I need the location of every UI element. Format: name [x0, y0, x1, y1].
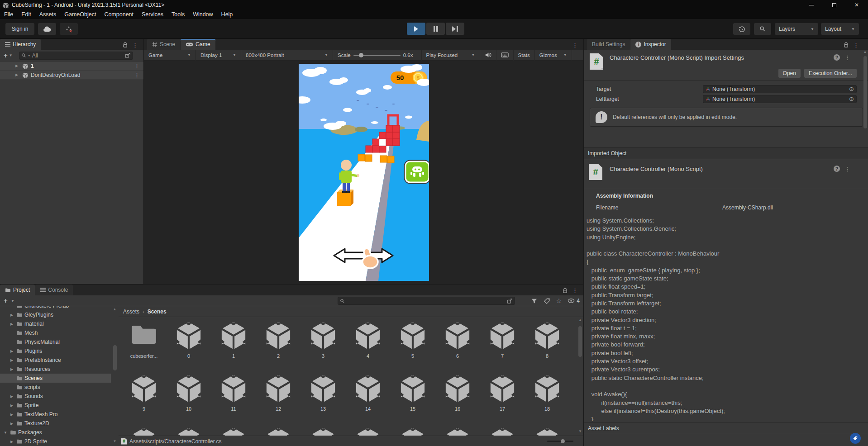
asset-item[interactable]: 3: [304, 319, 342, 372]
lock-icon[interactable]: [563, 288, 568, 294]
play-focused-dropdown[interactable]: Play Focused▼: [421, 50, 480, 61]
expand-arrow-icon[interactable]: ▶: [15, 73, 20, 77]
expand-arrow-icon[interactable]: ▶: [9, 394, 14, 399]
asset-item[interactable]: 16: [439, 372, 477, 425]
hierarchy-scene-row[interactable]: ▶ DontDestroyOnLoad ⋮: [0, 71, 143, 80]
scroll-down-icon[interactable]: ▼: [578, 429, 582, 435]
expand-arrow-icon[interactable]: ▶: [9, 413, 14, 417]
pick-object-icon[interactable]: [125, 52, 131, 58]
kebab-menu-icon[interactable]: ⋮: [853, 42, 859, 48]
menu-component[interactable]: Component: [100, 10, 138, 19]
mute-audio-button[interactable]: [480, 50, 496, 61]
project-tree-item[interactable]: ▶ Resources: [0, 365, 111, 374]
kebab-menu-icon[interactable]: ⋮: [572, 42, 578, 48]
project-tree-item[interactable]: ▶ Texture2D: [0, 419, 111, 428]
pick-object-icon[interactable]: [507, 298, 513, 304]
expand-arrow-icon[interactable]: ▶: [9, 322, 14, 326]
asset-item[interactable]: [528, 425, 566, 436]
skin-shop-button[interactable]: [405, 161, 429, 183]
object-picker-icon[interactable]: ⊙: [849, 85, 854, 92]
breadcrumb-assets[interactable]: Assets: [123, 308, 139, 315]
help-icon[interactable]: ?: [834, 54, 840, 61]
project-tree-item[interactable]: Charactere Prefab: [0, 306, 111, 310]
kebab-menu-icon[interactable]: ⋮: [572, 288, 578, 294]
asset-item[interactable]: 9: [125, 372, 163, 425]
project-tree-item[interactable]: scripts: [0, 383, 111, 392]
kebab-menu-icon[interactable]: ⋮: [134, 63, 140, 69]
menu-tools[interactable]: Tools: [167, 10, 189, 19]
sign-in-button[interactable]: Sign in: [5, 23, 34, 35]
scroll-up-icon[interactable]: ▲: [113, 307, 117, 313]
game-viewport[interactable]: 50 $: [144, 61, 583, 284]
tab-build-settings[interactable]: Build Settings: [587, 39, 630, 50]
play-button[interactable]: [407, 23, 425, 35]
project-tree-item[interactable]: Scenes: [0, 374, 111, 383]
project-tree-item[interactable]: ▶ Sounds: [0, 392, 111, 401]
asset-item[interactable]: [259, 425, 297, 436]
hierarchy-search-input[interactable]: ▼ All: [19, 52, 133, 60]
scroll-up-icon[interactable]: ▲: [578, 318, 582, 323]
slider-thumb[interactable]: [561, 439, 565, 443]
project-search-input[interactable]: [338, 297, 515, 305]
asset-item[interactable]: 18: [528, 372, 566, 425]
project-tree-item[interactable]: ▶ Sprite: [0, 401, 111, 410]
layout-dropdown[interactable]: Layout▼: [821, 23, 859, 35]
asset-item[interactable]: cubeserfer...: [125, 319, 163, 372]
project-tree-item[interactable]: ▼ Packages: [0, 428, 111, 437]
kebab-menu-icon[interactable]: ⋮: [844, 55, 850, 61]
lock-icon[interactable]: [123, 42, 128, 48]
tab-console[interactable]: Console: [35, 285, 73, 295]
project-tree-item[interactable]: PhysicMaterial: [0, 337, 111, 346]
display-dropdown[interactable]: Display 1▼: [196, 50, 241, 61]
kebab-menu-icon[interactable]: ⋮: [134, 72, 140, 78]
stats-button[interactable]: Stats: [514, 50, 535, 61]
expand-arrow-icon[interactable]: ▶: [9, 313, 14, 317]
tab-scene[interactable]: Scene: [147, 39, 180, 50]
tab-inspector[interactable]: i Inspector: [630, 39, 671, 50]
scroll-down-icon[interactable]: ▼: [113, 439, 117, 445]
pause-button[interactable]: [426, 23, 445, 35]
breadcrumb-scenes[interactable]: Scenes: [148, 308, 167, 315]
asset-item[interactable]: 8: [528, 319, 566, 372]
menu-window[interactable]: Window: [189, 10, 217, 19]
asset-item[interactable]: 1: [215, 319, 253, 372]
asset-item[interactable]: 0: [170, 319, 208, 372]
asset-item[interactable]: 10: [170, 372, 208, 425]
expand-arrow-icon[interactable]: ▶: [9, 349, 14, 353]
inspector-scrollbar[interactable]: ▲: [862, 50, 868, 446]
hidden-packages-toggle[interactable]: 4: [568, 298, 580, 304]
project-tree-item[interactable]: Mesh: [0, 328, 111, 337]
scale-slider-thumb[interactable]: [359, 53, 363, 57]
resolution-dropdown[interactable]: 800x480 Portrait▼: [241, 50, 333, 61]
kebab-menu-icon[interactable]: ⋮: [132, 42, 138, 48]
save-search-icon[interactable]: ☆: [556, 297, 562, 304]
asset-item[interactable]: 2: [259, 319, 297, 372]
target-object-field[interactable]: None (Transform) ⊙: [703, 85, 857, 93]
scale-slider[interactable]: Scale 0.6x: [333, 50, 418, 61]
asset-item[interactable]: 12: [259, 372, 297, 425]
tab-hierarchy[interactable]: Hierarchy: [0, 39, 41, 50]
asset-item[interactable]: [215, 425, 253, 436]
asset-item[interactable]: 7: [483, 319, 521, 372]
project-tree-item[interactable]: ▶ Plugins: [0, 346, 111, 356]
tree-scrollbar[interactable]: ▲ ▼: [111, 306, 119, 446]
cloud-button[interactable]: [38, 23, 56, 35]
project-tree-item[interactable]: ▶ GleyPlugins: [0, 310, 111, 319]
menu-services[interactable]: Services: [138, 10, 167, 19]
layers-dropdown[interactable]: Layers▼: [775, 23, 818, 35]
collab-button[interactable]: [60, 23, 78, 35]
help-icon[interactable]: ?: [834, 166, 840, 172]
asset-item[interactable]: 13: [304, 372, 342, 425]
display-mode-dropdown[interactable]: Game▼: [144, 50, 196, 61]
asset-label-button[interactable]: [850, 433, 861, 444]
project-tree-item[interactable]: ▶ PrefabInstance: [0, 356, 111, 365]
lefttarget-object-field[interactable]: None (Transform) ⊙: [703, 95, 857, 103]
menu-assets[interactable]: Assets: [35, 10, 61, 19]
expand-arrow-icon[interactable]: ▶: [9, 440, 14, 444]
asset-item[interactable]: 11: [215, 372, 253, 425]
expand-arrow-icon[interactable]: ▶: [9, 403, 14, 408]
scale-slider-track[interactable]: [353, 55, 401, 56]
expand-arrow-icon[interactable]: ▶: [9, 367, 14, 371]
asset-item[interactable]: 5: [394, 319, 432, 372]
menu-edit[interactable]: Edit: [17, 10, 35, 19]
